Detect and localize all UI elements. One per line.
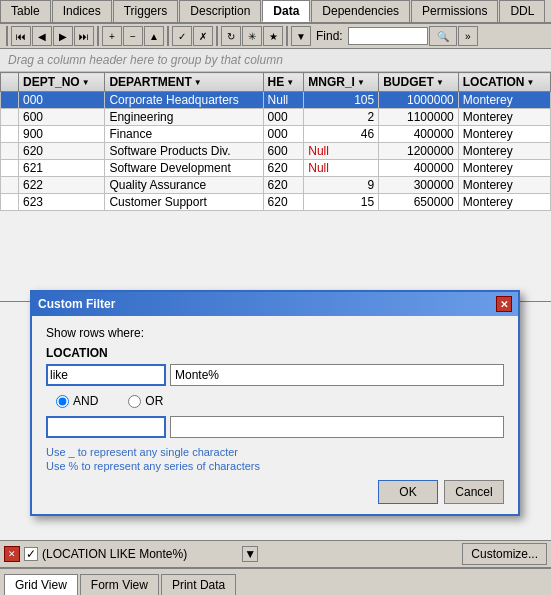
dialog-close-btn[interactable]: ✕ bbox=[496, 296, 512, 312]
custom-filter-dialog: Custom Filter ✕ Show rows where: LOCATIO… bbox=[30, 290, 520, 516]
operator-wrapper: like=<><><=>=containsstarts withends wit… bbox=[46, 364, 166, 386]
filter-field-label: LOCATION bbox=[46, 346, 504, 360]
radio-row: AND OR bbox=[56, 394, 504, 408]
dialog-buttons: OK Cancel bbox=[46, 480, 504, 504]
operator2-select[interactable] bbox=[46, 416, 166, 438]
filter-value-input[interactable] bbox=[170, 364, 504, 386]
show-rows-label: Show rows where: bbox=[46, 326, 504, 340]
filter-row-2 bbox=[46, 416, 504, 438]
or-label: OR bbox=[145, 394, 163, 408]
dialog-title: Custom Filter bbox=[38, 297, 115, 311]
hint2: Use % to represent any series of charact… bbox=[46, 460, 504, 472]
dialog-overlay: Custom Filter ✕ Show rows where: LOCATIO… bbox=[0, 0, 551, 595]
filter-row-1: like=<><><=>=containsstarts withends wit… bbox=[46, 364, 504, 386]
and-label: AND bbox=[73, 394, 98, 408]
or-radio[interactable] bbox=[128, 395, 141, 408]
cancel-button[interactable]: Cancel bbox=[444, 480, 504, 504]
dialog-body: Show rows where: LOCATION like=<><><=>=c… bbox=[32, 316, 518, 514]
filter-value2-input[interactable] bbox=[170, 416, 504, 438]
operator-select[interactable]: like=<><><=>=containsstarts withends wit… bbox=[46, 364, 166, 386]
dialog-titlebar: Custom Filter ✕ bbox=[32, 292, 518, 316]
and-radio-label[interactable]: AND bbox=[56, 394, 98, 408]
operator2-wrapper bbox=[46, 416, 166, 438]
ok-button[interactable]: OK bbox=[378, 480, 438, 504]
and-radio[interactable] bbox=[56, 395, 69, 408]
or-radio-label[interactable]: OR bbox=[128, 394, 163, 408]
hint1: Use _ to represent any single character bbox=[46, 446, 504, 458]
